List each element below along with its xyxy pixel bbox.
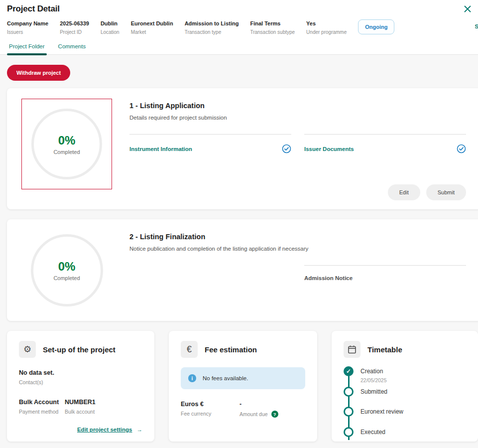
help-icon[interactable]: ? (271, 411, 278, 418)
progress-ring-stage2: 0% Completed (31, 234, 103, 306)
stage-card-listing-application: 0% Completed 1 - Listing Application Det… (7, 88, 478, 209)
info-icon: i (188, 374, 196, 382)
tab-bar: Project Folder Comments (0, 35, 478, 55)
edit-button[interactable]: Edit (388, 184, 420, 200)
progress-value: 0% (58, 260, 76, 274)
meta-under-programme: Yes Under programme (306, 20, 347, 35)
progress-value: 0% (58, 134, 76, 148)
step-pending-icon (344, 407, 354, 417)
check-circle-icon (282, 144, 291, 153)
close-icon[interactable] (464, 5, 471, 12)
step-pending-icon (344, 387, 354, 397)
no-fees-text: No fees available. (203, 375, 248, 381)
withdraw-project-button[interactable]: Withdraw project (7, 65, 70, 81)
section-issuer-documents: Issuer Documents (304, 134, 466, 153)
meta-transaction-subtype: Final Terms Transaction subtype (250, 20, 295, 35)
tab-comments[interactable]: Comments (58, 43, 86, 54)
progress-ring-stage1: 0% Completed (31, 109, 102, 179)
no-fees-banner: i No fees available. (181, 367, 305, 389)
instrument-information-link[interactable]: Instrument Information (129, 146, 192, 152)
meta-transaction-type: Admission to Listing Transaction type (185, 20, 239, 35)
timeline-step-submitted: Submitted (344, 387, 466, 407)
payment-method-field: Bulk Account Payment method (19, 399, 65, 415)
step-pending-icon (344, 427, 354, 437)
bulk-account-field: NUMBER1 Bulk account (65, 399, 96, 415)
amount-due-field: - Amount due ? (239, 401, 278, 418)
stage1-title: 1 - Listing Application (129, 102, 466, 110)
timetable-card: Timetable ✓ Creation 22/05/2025 Submitte… (332, 331, 478, 442)
fee-estimation-card: € Fee estimation i No fees available. Eu… (169, 331, 317, 442)
check-circle-icon (457, 144, 466, 153)
timeline-step-creation: ✓ Creation 22/05/2025 (344, 366, 466, 387)
stage2-title: 2 - Listing Finalization (129, 233, 466, 241)
arrow-right-icon: → (137, 427, 143, 433)
timeline-step-euronext-review: Euronext review (344, 407, 466, 427)
project-meta-row: Company Name Issuers 2025-06339 Project … (0, 14, 478, 35)
section-instrument-information: Instrument Information (129, 134, 291, 153)
meta-market: Euronext Dublin Market (131, 20, 173, 35)
gear-icon: ⚙ (19, 341, 36, 358)
setup-card-title: Set-up of the project (43, 345, 116, 354)
stage1-subtitle: Details required for project submission (129, 115, 466, 121)
euro-icon: € (181, 341, 198, 358)
section-admission-notice: Admission Notice (304, 265, 466, 281)
meta-project-id: 2025-06339 Project ID (60, 20, 89, 35)
stage2-subtitle: Notice publication and completion of the… (129, 246, 466, 252)
stage-card-listing-finalization: 0% Completed 2 - Listing Finalization No… (7, 219, 478, 321)
summary-cards-row: ⚙ Set-up of the project No data set. Con… (7, 331, 478, 442)
section-spacer (129, 265, 291, 281)
edit-project-settings-link[interactable]: Edit project settings → (77, 427, 142, 433)
timetable-card-title: Timetable (367, 345, 402, 354)
step-done-icon: ✓ (344, 366, 354, 376)
submit-button[interactable]: Submit (426, 184, 466, 200)
meta-issuers: Company Name Issuers (7, 20, 48, 35)
timeline-step-executed: Executed (344, 427, 466, 448)
issuer-documents-link[interactable]: Issuer Documents (304, 146, 354, 152)
fee-card-title: Fee estimation (205, 345, 257, 354)
admission-notice-label: Admission Notice (304, 275, 353, 281)
status-badge: Ongoing (358, 19, 394, 34)
contacts-field: No data set. Contact(s) (19, 369, 142, 385)
show-toggle[interactable]: Show (475, 23, 478, 29)
meta-location: Dublin Location (101, 20, 120, 35)
progress-caption: Completed (53, 275, 80, 281)
content-area: Withdraw project 0% Completed 1 - Listin… (0, 55, 478, 442)
progress-caption: Completed (53, 149, 80, 155)
progress-frame-highlighted: 0% Completed (21, 99, 112, 189)
setup-card: ⚙ Set-up of the project No data set. Con… (7, 331, 154, 442)
fee-currency-field: Euros € Fee currency (181, 401, 239, 418)
header: Project Detail Company Name Issuers 2025… (0, 0, 478, 55)
timeline: ✓ Creation 22/05/2025 Submitted Euronext… (344, 366, 466, 447)
calendar-icon (344, 341, 360, 358)
page-title: Project Detail (7, 4, 60, 14)
tab-project-folder[interactable]: Project Folder (9, 43, 45, 54)
